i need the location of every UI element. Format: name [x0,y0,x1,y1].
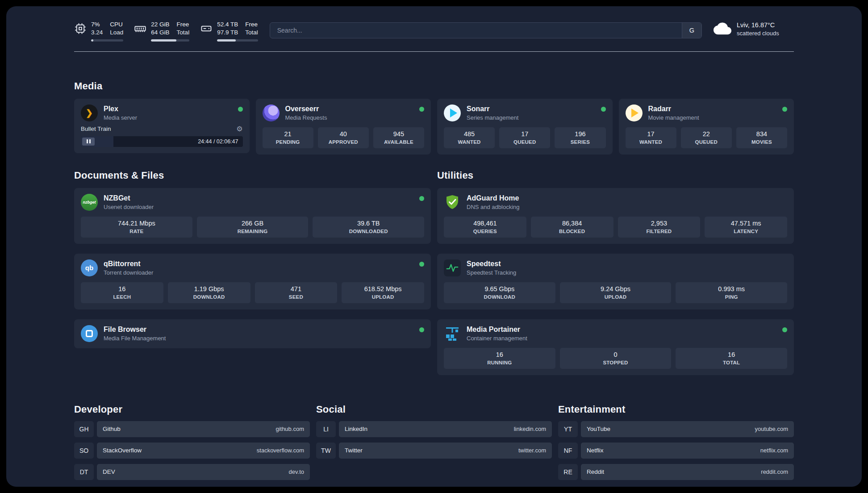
stat-tile: 22 QUEUED [681,127,732,148]
ram-icon [134,22,146,35]
topbar: 7% 3.24 CPU Load [74,21,794,42]
bookmark-pill: Twitter twitter.com [339,443,552,459]
app-name: File Browser [104,326,166,334]
bookmark-name: Twitter [345,447,363,454]
stat-tile: 834 MOVIES [736,127,787,148]
status-dot [782,107,787,112]
bookmark-pill: YouTube youtube.com [581,421,794,437]
section-title-developer: Developer [74,404,310,415]
app-name: Media Portainer [467,326,527,334]
section-title-media: Media [74,80,794,92]
app-card-plex[interactable]: ❯ Plex Media server Bullet Train ⚙ 24:44… [74,99,250,153]
bookmark-youtube[interactable]: YT YouTube youtube.com [558,421,794,437]
app-card-speedtest[interactable]: Speedtest Speedtest Tracking 9.65 Gbps D… [437,254,794,309]
app-subtitle: Media Requests [285,114,327,121]
bookmark-abbr: GH [74,421,94,437]
section-social: Social LI LinkedIn linkedin.com TW Twitt… [316,404,552,459]
bookmark-linkedin[interactable]: LI LinkedIn linkedin.com [316,421,552,437]
app-subtitle: Container management [467,335,527,342]
nzbget-icon: nzbget [81,194,98,211]
app-card-sonarr[interactable]: Sonarr Series management 485 WANTED 17 Q… [437,99,613,155]
section-media: Media ❯ Plex Media server Bullet Train ⚙ [74,80,794,155]
plex-icon: ❯ [81,104,98,121]
adguard-icon [444,194,461,211]
disk-monitor: 52.4 TB 97.9 TB Free Total [200,21,258,42]
stat-tile: 485 WANTED [444,127,495,148]
disk-progress-bar [217,39,258,42]
bookmark-abbr: LI [316,421,336,437]
stat-tile: 86,384 BLOCKED [531,217,613,238]
stat-tile: 9.24 Gbps UPLOAD [560,282,672,303]
portainer-icon [444,325,461,342]
stat-tile: 196 SERIES [555,127,605,148]
disk-values: 52.4 TB 97.9 TB [217,21,238,36]
section-title-entertainment: Entertainment [558,404,794,415]
stat-tile: 744.21 Mbps RATE [81,217,192,238]
bookmark-netflix[interactable]: NF Netflix netflix.com [558,443,794,459]
app-name: Speedtest [467,260,787,268]
bookmark-reddit[interactable]: RE Reddit reddit.com [558,464,794,480]
playback-seek-bar[interactable]: 24:44 / 02:06:47 [81,136,243,147]
bookmark-abbr: SO [74,443,94,459]
status-dot [601,107,606,112]
app-card-overseerr[interactable]: Overseerr Media Requests 21 PENDING 40 A… [256,99,431,155]
app-name: Plex [104,105,137,113]
section-title-documents: Documents & Files [74,170,431,181]
playback-time: 24:44 / 02:06:47 [198,138,242,145]
stat-tile: 16 RUNNING [444,348,555,369]
stat-tile: 9.65 Gbps DOWNLOAD [444,282,555,303]
bookmark-url: dev.to [289,468,304,475]
stat-tile: 471 SEED [255,282,338,303]
bookmark-abbr: YT [558,421,578,437]
bookmark-pill: Reddit reddit.com [581,464,794,480]
app-subtitle: Media File Management [104,335,166,342]
weather-location: Lviv, 16.87°C [737,21,779,29]
bookmark-url: linkedin.com [514,426,546,432]
stat-tile: 47.571 ms LATENCY [705,217,787,238]
section-developer: Developer GH Github github.com SO StackO… [74,404,310,480]
bookmark-pill: Netflix netflix.com [581,443,794,459]
app-card-adguard[interactable]: AdGuard Home DNS and adblocking 498,461 … [437,188,794,244]
dashboard: 7% 3.24 CPU Load [6,6,862,487]
bookmark-url: netflix.com [760,447,788,454]
now-playing-title: Bullet Train [81,125,111,132]
status-dot [419,196,424,201]
app-subtitle: Usenet downloader [104,204,154,210]
status-dot [419,327,424,332]
stat-tile: 40 APPROVED [318,127,369,148]
bookmark-stackoverflow[interactable]: SO StackOverflow stackoverflow.com [74,443,310,459]
system-monitors: 7% 3.24 CPU Load [74,21,258,42]
search-bar: G [270,22,702,38]
stat-tile: 39.6 TB DOWNLOADED [313,217,424,238]
app-card-nzbget[interactable]: nzbget NZBGet Usenet downloader 744.21 M… [74,188,431,244]
ram-labels: Free Total [177,21,190,36]
app-subtitle: Series management [467,114,518,121]
bookmark-dev[interactable]: DT DEV dev.to [74,464,310,480]
bookmark-name: Netflix [587,447,604,454]
bookmark-github[interactable]: GH Github github.com [74,421,310,437]
bookmark-name: DEV [103,468,115,475]
speedtest-icon [444,259,461,276]
ram-progress-bar [151,39,189,42]
bookmark-twitter[interactable]: TW Twitter twitter.com [316,443,552,459]
stat-tile: 1.19 Gbps DOWNLOAD [168,282,250,303]
stat-tile: 17 QUEUED [499,127,550,148]
app-card-filebrowser[interactable]: File Browser Media File Management [74,319,431,348]
app-card-portainer[interactable]: Media Portainer Container management 16 … [437,319,794,375]
stat-tile: 21 PENDING [263,127,313,148]
bookmark-url: twitter.com [518,447,546,454]
stat-tile: 0 STOPPED [560,348,672,369]
status-dot [419,262,424,267]
search-engine-button[interactable]: G [682,23,701,38]
search-input[interactable] [270,23,682,38]
gear-icon[interactable]: ⚙ [236,125,242,133]
filebrowser-icon [81,325,98,342]
pause-button[interactable] [82,138,95,146]
app-card-qbittorrent[interactable]: qb qBittorrent Torrent downloader 16 LEE… [74,254,431,309]
app-name: qBittorrent [104,260,153,268]
app-card-radarr[interactable]: Radarr Movie management 17 WANTED 22 QUE… [619,99,794,155]
stat-tile: 266 GB REMAINING [197,217,309,238]
bookmark-url: github.com [275,426,304,432]
disk-labels: Free Total [245,21,258,36]
bookmark-abbr: NF [558,443,578,459]
